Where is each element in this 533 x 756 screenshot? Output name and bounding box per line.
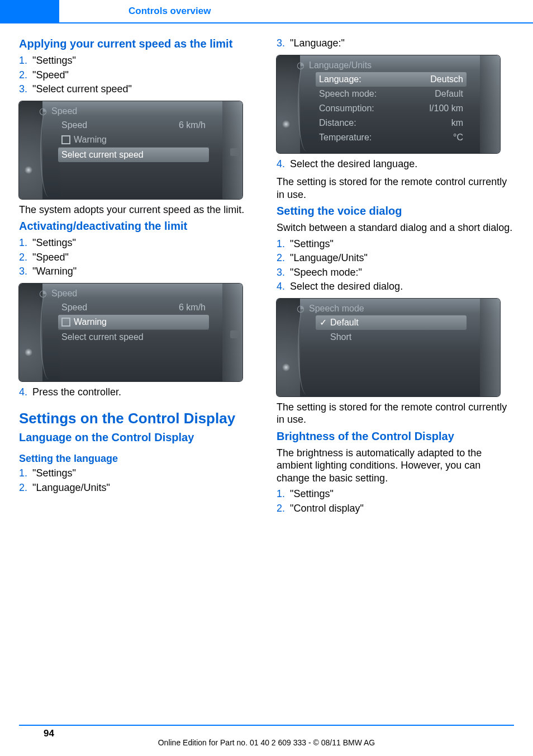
header-section: Controls bbox=[0, 0, 106, 22]
mock-title: Speech mode bbox=[309, 303, 364, 314]
step-number: 1. bbox=[277, 488, 290, 500]
step-text: "Language/Units" bbox=[290, 252, 514, 264]
mock-title: Speed bbox=[51, 106, 77, 117]
steps-applying: 1."Settings" 2."Speed" 3."Select current… bbox=[19, 54, 256, 96]
step-text: Select the desired language. bbox=[290, 158, 514, 171]
screenshot-language-units: ◔ Language/Units Language:Deutsch Speech… bbox=[277, 55, 500, 153]
mock-row-label: Distance: bbox=[319, 117, 356, 129]
screenshot-speech-mode: ◔ Speech mode ✓Default Short bbox=[277, 299, 500, 396]
gauge-icon: ◔ bbox=[297, 60, 304, 71]
checkbox-icon bbox=[61, 135, 70, 144]
mock-title: Language/Units bbox=[309, 60, 372, 71]
mock-row-value: Deutsch bbox=[430, 74, 463, 85]
paragraph: Switch between a standard dialog and a s… bbox=[277, 221, 514, 234]
steps-language-continued: 3."Language:" bbox=[277, 37, 514, 50]
step-text: "Speed" bbox=[32, 69, 256, 82]
mock-row-label: Temperature: bbox=[319, 132, 372, 143]
gauge-icon: ◔ bbox=[297, 303, 304, 314]
step-text: Press the controller. bbox=[32, 386, 256, 399]
steps-select-language: 4.Select the desired language. bbox=[277, 158, 514, 171]
mock-row-label: Default bbox=[330, 318, 359, 327]
step-number: 1. bbox=[19, 54, 32, 67]
step-text: "Settings" bbox=[290, 238, 514, 251]
mock-row-label: Warning bbox=[74, 135, 107, 144]
heading-voice-dialog: Setting the voice dialog bbox=[277, 204, 514, 218]
step-text: "Language:" bbox=[290, 37, 514, 50]
mock-row-value: 6 km/h bbox=[179, 302, 206, 313]
step-text: Select the desired dialog. bbox=[290, 280, 514, 293]
steps-activating: 1."Settings" 2."Speed" 3."Warning" bbox=[19, 237, 256, 278]
mock-row-label: Consumption: bbox=[319, 103, 374, 114]
left-column: Applying your current speed as the limit… bbox=[19, 35, 256, 520]
paragraph: The system adopts your current speed as … bbox=[19, 204, 256, 216]
step-text: "Control display" bbox=[290, 502, 514, 515]
screenshot-speed-select: ◔ Speed Speed6 km/h Warning Select curre… bbox=[19, 101, 242, 199]
topic-settings-control-display: Settings on the Control Display bbox=[19, 410, 256, 427]
step-text: "Speed" bbox=[32, 251, 256, 264]
steps-set-language: 1."Settings" 2."Language/Units" bbox=[19, 467, 256, 494]
mock-row-label: Speed bbox=[61, 120, 87, 131]
mock-row-label: Select current speed bbox=[61, 332, 144, 343]
header-bar: Controls Controls overview bbox=[0, 0, 533, 22]
checkbox-icon bbox=[61, 318, 70, 327]
step-number: 3. bbox=[277, 37, 290, 50]
step-number: 2. bbox=[277, 502, 290, 515]
screenshot-speed-warning: ◔ Speed Speed6 km/h Warning Select curre… bbox=[19, 284, 242, 381]
steps-brightness: 1."Settings" 2."Control display" bbox=[277, 488, 514, 514]
steps-press-controller: 4.Press the controller. bbox=[19, 386, 256, 399]
mock-row-label: Speed bbox=[61, 302, 87, 313]
step-number: 1. bbox=[19, 237, 32, 249]
step-text: "Settings" bbox=[32, 237, 256, 249]
step-number: 3. bbox=[19, 265, 32, 278]
footer-rule bbox=[19, 725, 514, 726]
mock-title: Speed bbox=[51, 288, 77, 299]
heading-language-display: Language on the Control Display bbox=[19, 431, 256, 445]
heading-applying-limit: Applying your current speed as the limit bbox=[19, 37, 256, 51]
mock-row-value: °C bbox=[453, 132, 463, 143]
gauge-icon: ◔ bbox=[39, 106, 47, 117]
heading-activating-limit: Activating/deactivating the limit bbox=[19, 219, 256, 233]
mock-row-value: Default bbox=[435, 88, 463, 100]
footer-text: Online Edition for Part no. 01 40 2 609 … bbox=[0, 738, 533, 747]
step-text: "Warning" bbox=[32, 265, 256, 278]
step-text: "Settings" bbox=[290, 488, 514, 500]
step-text: "Select current speed" bbox=[32, 83, 256, 96]
mock-row-value: l/100 km bbox=[430, 103, 463, 114]
step-number: 3. bbox=[19, 83, 32, 96]
step-number: 3. bbox=[277, 266, 290, 279]
step-text: "Settings" bbox=[32, 467, 256, 480]
paragraph: The setting is stored for the remote con… bbox=[277, 176, 514, 201]
step-number: 2. bbox=[19, 251, 32, 264]
mock-row-label: Short bbox=[330, 332, 351, 342]
steps-voice-dialog: 1."Settings" 2."Language/Units" 3."Speec… bbox=[277, 238, 514, 293]
step-number: 2. bbox=[277, 252, 290, 264]
step-number: 4. bbox=[277, 158, 290, 171]
step-text: "Speech mode:" bbox=[290, 266, 514, 279]
step-number: 4. bbox=[19, 386, 32, 399]
step-text: "Settings" bbox=[32, 54, 256, 67]
header-subsection: Controls overview bbox=[129, 6, 211, 17]
page-number: 94 bbox=[44, 728, 54, 739]
step-text: "Language/Units" bbox=[32, 481, 256, 494]
step-number: 2. bbox=[19, 69, 32, 82]
mock-row-label: Warning bbox=[74, 317, 107, 327]
heading-brightness: Brightness of the Control Display bbox=[277, 429, 514, 443]
mock-row-label: Select current speed bbox=[61, 149, 144, 160]
paragraph: The brightness is automatically adapted … bbox=[277, 447, 514, 485]
step-number: 1. bbox=[19, 467, 32, 480]
mock-row-value: 6 km/h bbox=[179, 120, 206, 131]
right-column: 3."Language:" ◔ Language/Units Language:… bbox=[277, 35, 514, 520]
gauge-icon: ◔ bbox=[39, 288, 47, 299]
mock-row-value: km bbox=[451, 117, 463, 129]
step-number: 2. bbox=[19, 481, 32, 494]
heading-setting-language: Setting the language bbox=[19, 452, 256, 465]
paragraph: The setting is stored for the remote con… bbox=[277, 401, 514, 426]
step-number: 1. bbox=[277, 238, 290, 251]
check-icon: ✓ bbox=[319, 317, 327, 328]
step-number: 4. bbox=[277, 280, 290, 293]
mock-row-label: Speech mode: bbox=[319, 88, 377, 100]
mock-row-label: Language: bbox=[319, 74, 361, 85]
